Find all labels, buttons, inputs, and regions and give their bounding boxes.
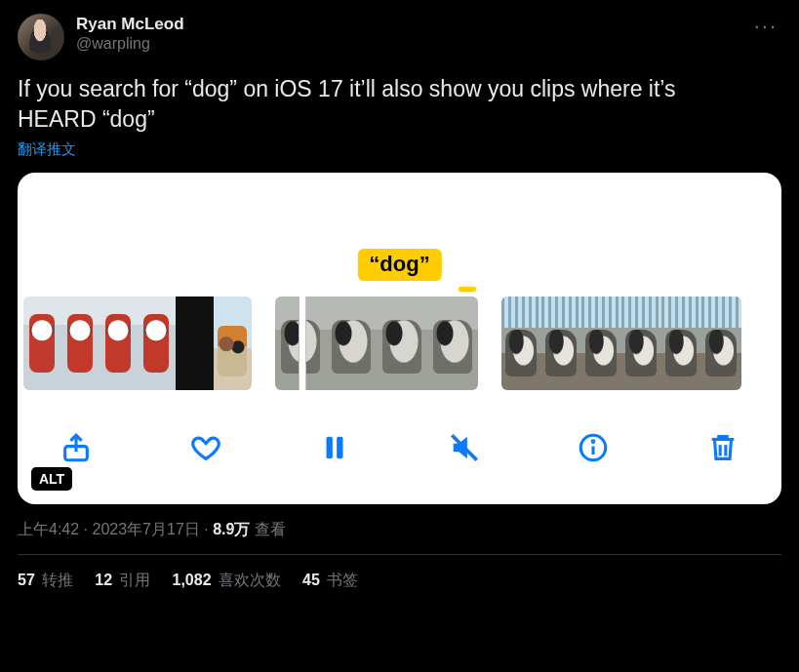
handle: @warpling	[76, 34, 184, 54]
tweet-header: Ryan McLeod @warpling ···	[18, 14, 781, 60]
quotes-stat[interactable]: 12 引用	[95, 571, 150, 591]
share-icon	[60, 431, 93, 468]
likes-count: 1,082	[173, 572, 212, 588]
video-timeline[interactable]	[18, 296, 781, 390]
playhead[interactable]	[299, 296, 306, 390]
svg-rect-1	[327, 437, 333, 459]
clip-frame	[214, 296, 252, 390]
tweet-text: If you search for “dog” on iOS 17 it’ll …	[18, 74, 759, 135]
display-name: Ryan McLeod	[76, 14, 184, 34]
info-icon	[577, 431, 610, 468]
clip-frame	[581, 296, 621, 390]
bookmarks-stat[interactable]: 45 书签	[302, 571, 358, 591]
clip-strip-3[interactable]	[501, 296, 741, 390]
retweets-count: 57	[18, 572, 35, 588]
views-count: 8.9万	[213, 521, 250, 537]
avatar[interactable]	[18, 14, 64, 60]
play-pause-button[interactable]	[313, 428, 356, 471]
svg-point-6	[593, 441, 595, 443]
likes-stat[interactable]: 1,082 喜欢次数	[173, 571, 282, 591]
clip-frame	[661, 296, 701, 390]
likes-label: 喜欢次数	[215, 572, 281, 588]
trash-icon	[706, 431, 739, 468]
quotes-count: 12	[95, 572, 112, 588]
clip-frame	[100, 296, 138, 390]
media-toolbar	[18, 418, 781, 481]
meta-sep: ·	[79, 521, 92, 537]
meta-time[interactable]: 上午4:42	[18, 521, 79, 537]
bookmarks-count: 45	[302, 572, 320, 588]
clip-frame	[23, 296, 61, 390]
retweets-stat[interactable]: 57 转推	[18, 571, 73, 591]
clip-frame	[427, 296, 478, 390]
tweet-meta: 上午4:42 · 2023年7月17日 · 8.9万 查看	[18, 520, 781, 540]
clip-frame	[501, 296, 541, 390]
mute-button[interactable]	[443, 428, 486, 471]
clip-frame	[176, 296, 214, 390]
clip-frame	[61, 296, 100, 390]
heart-icon	[189, 431, 222, 468]
clip-frame	[326, 296, 377, 390]
tweet-stats: 57 转推 12 引用 1,082 喜欢次数 45 书签	[18, 555, 781, 591]
tweet-container: Ryan McLeod @warpling ··· If you search …	[0, 0, 799, 591]
media-card[interactable]: “dog”	[18, 173, 781, 504]
svg-rect-2	[337, 437, 342, 459]
clip-frame	[138, 296, 176, 390]
clip-frame	[701, 296, 741, 390]
clip-frame	[377, 296, 427, 390]
search-match-tick	[459, 287, 476, 292]
clip-strip-2[interactable]	[275, 296, 478, 390]
quotes-label: 引用	[115, 572, 150, 588]
bookmarks-label: 书签	[323, 572, 358, 588]
clip-frame	[541, 296, 581, 390]
mute-icon	[448, 431, 481, 468]
author-names[interactable]: Ryan McLeod @warpling	[76, 14, 184, 54]
views-label: 查看	[250, 521, 285, 537]
pause-icon	[318, 431, 351, 468]
search-highlight-label: “dog”	[357, 249, 441, 281]
clip-frame	[621, 296, 661, 390]
meta-sep: ·	[200, 521, 213, 537]
delete-button[interactable]	[701, 428, 744, 471]
more-options-button[interactable]: ···	[750, 14, 781, 39]
alt-badge[interactable]: ALT	[31, 467, 72, 491]
like-button[interactable]	[184, 428, 227, 471]
meta-date[interactable]: 2023年7月17日	[92, 521, 199, 537]
share-button[interactable]	[55, 428, 98, 471]
info-button[interactable]	[572, 428, 615, 471]
clip-strip-1[interactable]	[23, 296, 252, 390]
retweets-label: 转推	[38, 572, 73, 588]
translate-link[interactable]: 翻译推文	[18, 140, 781, 159]
